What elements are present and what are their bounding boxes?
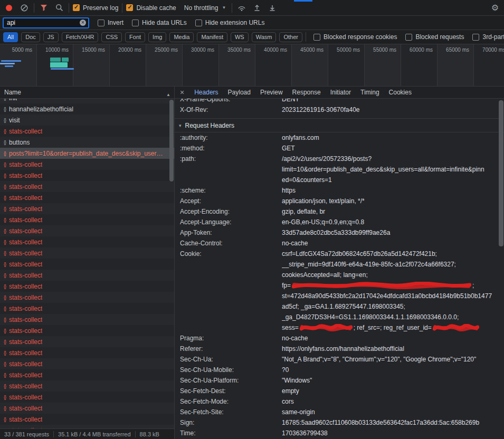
filter-chip-other[interactable]: Other (279, 32, 302, 42)
tab-initiator[interactable]: Initiator (326, 87, 356, 98)
request-row[interactable]: {}stats-collect (0, 314, 174, 325)
checkbox-3rd-party-requests[interactable]: 3rd-party requests (472, 33, 504, 41)
timeline-tick-label: 25000 ms (144, 47, 178, 53)
request-row[interactable]: {}stats-collect (0, 403, 174, 414)
request-row[interactable]: {}stats-collect (0, 247, 174, 259)
hide-extension-urls-label: Hide extension URLs (205, 19, 265, 26)
request-type-icon: {} (4, 295, 6, 300)
request-name: stats-collect (9, 405, 42, 412)
tab-preview[interactable]: Preview (255, 87, 288, 98)
request-row[interactable]: {}stats-collect (0, 369, 174, 380)
request-row[interactable]: {}stats-collect (0, 126, 174, 137)
request-row[interactable]: {}hannahelizabethofficial (0, 103, 174, 114)
request-name: stats-collect (9, 383, 42, 390)
tab-payload[interactable]: Payload (223, 87, 255, 98)
checkbox-box[interactable] (73, 4, 80, 11)
checkbox-blocked-response-cookies[interactable]: Blocked response cookies (313, 33, 397, 41)
filter-chip-wasm[interactable]: Wasm (252, 32, 277, 42)
export-har-button[interactable] (267, 2, 278, 14)
filter-chip-img[interactable]: Img (148, 32, 166, 42)
throttling-select[interactable]: No throttling ▼ (182, 4, 229, 12)
clear-network-log-button[interactable] (18, 2, 30, 14)
request-row[interactable]: {}stats-collect (0, 214, 174, 225)
network-conditions-button[interactable] (236, 2, 248, 14)
filter-chip-all[interactable]: All (3, 32, 18, 42)
request-row[interactable]: {}stats-collect (0, 225, 174, 236)
hide-extension-urls-checkbox[interactable]: Hide extension URLs (195, 19, 265, 26)
request-row[interactable]: {}stats-collect (0, 203, 174, 214)
request-row[interactable]: {}stats-collect (0, 281, 174, 292)
filter-input-box[interactable]: × (3, 17, 89, 28)
request-row[interactable]: {}stats-collect (0, 336, 174, 347)
request-headers-section-header[interactable]: ▾ Request Headers (175, 119, 504, 132)
request-row[interactable]: {}stats-collect (0, 425, 174, 428)
record-button[interactable] (3, 2, 15, 14)
details-scrollbar[interactable] (499, 100, 503, 246)
header-value: empty (282, 386, 504, 396)
request-row[interactable]: {}stats-collect (0, 292, 174, 303)
checkbox-box[interactable] (132, 20, 139, 26)
preserve-log-checkbox[interactable]: Preserve log (73, 4, 118, 12)
request-name: hannahelizabethofficial (9, 106, 73, 113)
disable-cache-checkbox[interactable]: Disable cache (126, 4, 176, 12)
request-details-pane: × HeadersPayloadPreviewResponseInitiator… (175, 87, 504, 439)
request-row[interactable]: {}stats-collect (0, 170, 174, 181)
header-name: Cache-Control: (175, 238, 282, 249)
header-value: ?0 (282, 365, 504, 375)
request-row[interactable]: {}stats-collect (0, 325, 174, 336)
checkbox-box[interactable] (126, 4, 133, 11)
network-toolbar: Preserve log Disable cache No throttling… (0, 0, 504, 16)
filter-chip-css[interactable]: CSS (101, 32, 122, 42)
request-row[interactable]: {}visit (0, 114, 174, 126)
request-row[interactable]: {}stats-collect (0, 159, 174, 170)
filter-chip-font[interactable]: Font (125, 32, 145, 42)
request-row[interactable]: {}stats-collect (0, 347, 174, 358)
request-row[interactable]: {}stats-collect (0, 358, 174, 369)
request-type-icon: {} (4, 361, 6, 367)
filter-chip-doc[interactable]: Doc (21, 32, 40, 42)
request-row[interactable]: {}stats-collect (0, 380, 174, 392)
settings-gear-button[interactable]: ⚙ (489, 2, 501, 14)
filter-chip-ws[interactable]: WS (231, 32, 249, 42)
close-details-button[interactable]: × (175, 88, 189, 97)
request-row[interactable]: {}stats-collect (0, 236, 174, 247)
tab-headers[interactable]: Headers (189, 87, 223, 98)
request-name: stats-collect (9, 316, 42, 323)
tab-response[interactable]: Response (288, 87, 326, 98)
invert-checkbox[interactable]: Invert (98, 19, 123, 26)
tab-timing[interactable]: Timing (356, 87, 384, 98)
filter-toggle-button[interactable] (38, 2, 50, 14)
request-row[interactable]: {}init (0, 99, 174, 103)
checkbox-blocked-requests[interactable]: Blocked requests (405, 33, 464, 41)
request-row[interactable]: {}stats-collect (0, 303, 174, 314)
network-overview-timeline[interactable]: 5000 ms10000 ms15000 ms20000 ms25000 ms3… (0, 44, 504, 87)
checkbox-box[interactable] (98, 20, 104, 26)
request-row[interactable]: {}stats-collect (0, 259, 174, 270)
filter-chip-fetch-xhr[interactable]: Fetch/XHR (62, 32, 99, 42)
request-list-scrollbar[interactable] (169, 100, 174, 182)
request-row[interactable]: {}stats-collect (0, 270, 174, 281)
request-row[interactable]: {}stats-collect (0, 414, 174, 425)
timeline-tick-label: 30000 ms (180, 47, 214, 53)
tab-cookies[interactable]: Cookies (384, 87, 416, 98)
filter-chip-manifest[interactable]: Manifest (197, 32, 227, 42)
header-name: Sec-Ch-Ua: (175, 354, 282, 365)
hide-data-urls-checkbox[interactable]: Hide data URLs (132, 19, 187, 26)
clear-filter-icon[interactable]: × (80, 20, 86, 26)
header-name: Sec-Ch-Ua-Mobile: (175, 365, 282, 375)
search-button[interactable] (53, 2, 65, 14)
checkbox-box[interactable] (195, 20, 202, 26)
checkbox-box[interactable] (313, 34, 320, 41)
filter-input[interactable] (7, 19, 78, 26)
import-har-button[interactable] (251, 2, 263, 14)
filter-chip-js[interactable]: JS (43, 32, 59, 42)
request-row[interactable]: {}stats-collect (0, 392, 174, 403)
request-row[interactable]: {}posts?limit=10&order=publish_date_desc… (0, 148, 174, 159)
request-row[interactable]: {}buttons (0, 137, 174, 148)
request-row[interactable]: {}stats-collect (0, 181, 174, 192)
checkbox-box[interactable] (472, 34, 479, 41)
request-row[interactable]: {}stats-collect (0, 192, 174, 203)
checkbox-box[interactable] (405, 34, 412, 41)
filter-chip-media[interactable]: Media (169, 32, 194, 42)
name-column-header[interactable]: Name ▲ (0, 87, 174, 99)
